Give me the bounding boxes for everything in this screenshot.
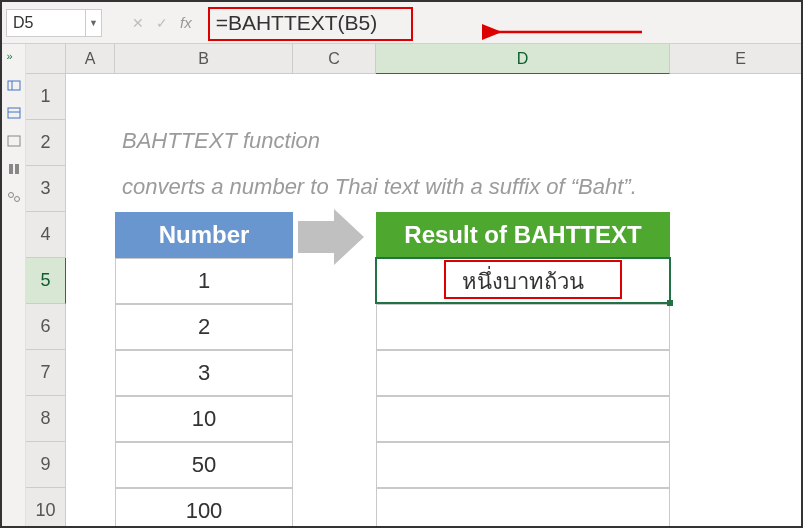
svg-rect-7: [9, 164, 13, 174]
side-icon-5[interactable]: [7, 190, 21, 204]
row-headers: 12345678910: [26, 74, 66, 528]
row-header-1[interactable]: 1: [26, 74, 66, 120]
row-header-3[interactable]: 3: [26, 166, 66, 212]
svg-rect-2: [8, 81, 20, 90]
fx-icon[interactable]: fx: [180, 14, 192, 31]
column-header-C[interactable]: C: [293, 44, 376, 74]
cell-D8[interactable]: [376, 396, 670, 442]
enter-icon[interactable]: ✓: [156, 15, 168, 31]
row-header-4[interactable]: 4: [26, 212, 66, 258]
arrow-icon: [298, 209, 364, 265]
header-result: Result of BAHTTEXT: [376, 212, 670, 258]
formula-bar: D5 ▼ ✕ ✓ fx =BAHTTEXT(B5): [2, 2, 801, 44]
description-line-1: BAHTTEXT function: [122, 128, 320, 154]
row-header-6[interactable]: 6: [26, 304, 66, 350]
row-header-7[interactable]: 7: [26, 350, 66, 396]
name-box[interactable]: D5: [6, 9, 86, 37]
cell-D9[interactable]: [376, 442, 670, 488]
side-icon-4[interactable]: [7, 162, 21, 176]
svg-point-9: [8, 193, 13, 198]
cell-B10[interactable]: 100: [115, 488, 293, 528]
formula-bar-icons: ✕ ✓ fx: [132, 14, 192, 31]
column-headers: ABCDE: [66, 44, 803, 74]
expand-icon[interactable]: »: [7, 50, 21, 64]
cell-D10[interactable]: [376, 488, 670, 528]
cell-B7[interactable]: 3: [115, 350, 293, 396]
select-all-corner[interactable]: [26, 44, 66, 74]
spreadsheet-grid: ABCDE 12345678910 BAHTTEXT function conv…: [26, 44, 801, 526]
svg-rect-6: [8, 136, 20, 146]
cell-D6[interactable]: [376, 304, 670, 350]
cell-B8[interactable]: 10: [115, 396, 293, 442]
row-header-8[interactable]: 8: [26, 396, 66, 442]
svg-point-10: [14, 197, 19, 202]
side-icon-3[interactable]: [7, 134, 21, 148]
column-header-A[interactable]: A: [66, 44, 115, 74]
column-header-D[interactable]: D: [376, 44, 670, 74]
cell-D5[interactable]: หนึ่งบาทถ้วน: [376, 258, 670, 304]
row-header-10[interactable]: 10: [26, 488, 66, 528]
side-tab-strip: »: [2, 44, 26, 526]
cell-D7[interactable]: [376, 350, 670, 396]
cell-B5[interactable]: 1: [115, 258, 293, 304]
row-header-5[interactable]: 5: [26, 258, 66, 304]
row-header-9[interactable]: 9: [26, 442, 66, 488]
row-header-2[interactable]: 2: [26, 120, 66, 166]
formula-input[interactable]: =BAHTTEXT(B5): [208, 5, 801, 41]
svg-rect-8: [15, 164, 19, 174]
cell-B6[interactable]: 2: [115, 304, 293, 350]
header-number: Number: [115, 212, 293, 258]
cancel-icon[interactable]: ✕: [132, 15, 144, 31]
side-icon-2[interactable]: [7, 106, 21, 120]
cells-area[interactable]: BAHTTEXT function converts a number to T…: [66, 74, 801, 526]
side-icon-1[interactable]: [7, 78, 21, 92]
column-header-B[interactable]: B: [115, 44, 293, 74]
svg-rect-4: [8, 108, 20, 118]
cell-B9[interactable]: 50: [115, 442, 293, 488]
column-header-E[interactable]: E: [670, 44, 803, 74]
description-line-2: converts a number to Thai text with a su…: [122, 174, 637, 200]
formula-text: =BAHTTEXT(B5): [216, 11, 378, 35]
name-box-dropdown[interactable]: ▼: [86, 9, 102, 37]
